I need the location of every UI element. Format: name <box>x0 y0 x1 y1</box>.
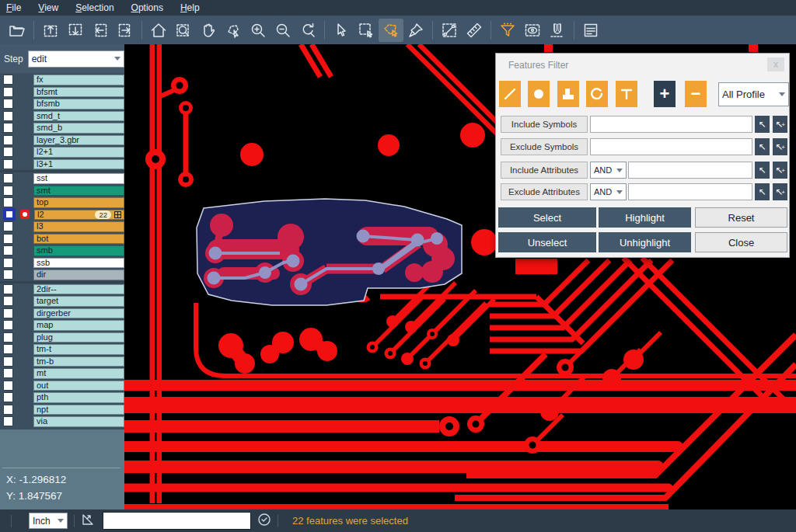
layer-visibility-checkbox[interactable] <box>3 221 13 231</box>
active-layer-indicator[interactable] <box>20 210 30 219</box>
pan-up-icon[interactable] <box>38 19 63 42</box>
pick-add-symbol-icon[interactable]: ↖+ <box>773 138 787 155</box>
pick-add-symbol-icon[interactable]: ↖+ <box>773 116 787 133</box>
menu-file[interactable]: File <box>6 2 21 13</box>
layer-row-dir[interactable]: dir <box>0 269 124 281</box>
layer-label-cell[interactable]: target <box>33 296 124 307</box>
layer-indicator[interactable] <box>19 321 29 330</box>
layer-label-cell[interactable]: layer_3.gbr <box>33 135 124 146</box>
menu-selection[interactable]: Selection <box>75 2 113 13</box>
layer-visibility-checkbox[interactable] <box>3 245 13 256</box>
zoom-polygon-icon[interactable] <box>221 19 246 42</box>
layer-row-tm-t[interactable]: tm-t <box>0 343 124 356</box>
layer-row-smd_t[interactable]: smd_t <box>0 110 124 123</box>
layer-row-l2[interactable]: l222 <box>0 209 124 221</box>
layer-row-out[interactable]: out <box>0 380 124 392</box>
layer-visibility-checkbox[interactable] <box>3 284 13 294</box>
layer-indicator[interactable] <box>19 222 29 231</box>
layer-row-sst[interactable]: sst <box>0 172 124 185</box>
layer-visibility-checkbox[interactable] <box>3 308 13 318</box>
polygon-select-icon[interactable] <box>379 19 403 42</box>
highlight-button[interactable]: Highlight <box>599 207 691 228</box>
layer-label-cell[interactable]: bfsmt <box>33 87 124 98</box>
layer-visibility-checkbox[interactable] <box>3 344 13 354</box>
layer-label-cell[interactable]: out <box>33 381 124 391</box>
layer-indicator[interactable] <box>19 111 29 120</box>
layer-label-cell[interactable]: 2dir-- <box>33 284 124 295</box>
exclude-attributes-input[interactable] <box>628 183 752 200</box>
include-attributes-input[interactable] <box>628 162 752 179</box>
layer-label-cell[interactable]: top <box>33 197 124 208</box>
menu-options[interactable]: Options <box>131 2 163 13</box>
menu-help[interactable]: Help <box>180 2 200 13</box>
layer-row-via[interactable]: via <box>0 416 124 428</box>
layer-label-cell[interactable]: map <box>33 320 124 331</box>
zoom-out-icon[interactable] <box>271 19 295 42</box>
pan-down-icon[interactable] <box>63 19 88 42</box>
layer-visibility-checkbox[interactable] <box>3 111 13 121</box>
unit-select[interactable]: Inch <box>29 513 68 529</box>
layer-row-plug[interactable]: plug <box>0 332 124 344</box>
layer-label-cell[interactable]: via <box>33 416 124 427</box>
profile-select[interactable]: All Profile <box>718 82 789 106</box>
layer-visibility-checkbox[interactable] <box>3 173 13 183</box>
layer-row-tm-b[interactable]: tm-b <box>0 356 124 368</box>
rectangle-select-icon[interactable] <box>354 19 379 42</box>
layer-row-fx[interactable]: fx <box>0 74 124 86</box>
layer-label-cell[interactable]: plug <box>33 332 124 343</box>
pick-symbol-icon[interactable]: ↖ <box>755 116 770 133</box>
filter-positive-button[interactable]: + <box>654 81 676 107</box>
close-button[interactable]: Close <box>695 232 787 252</box>
layer-row-l3+1[interactable]: l3+1 <box>0 158 124 171</box>
exclude-symbols-input[interactable] <box>590 138 752 155</box>
zoom-in-icon[interactable] <box>246 19 271 42</box>
zoom-window-icon[interactable] <box>171 19 196 42</box>
pick-attribute-icon[interactable]: ↖ <box>755 183 770 200</box>
layer-label-cell[interactable]: dirgerber <box>33 308 124 319</box>
layer-row-l3[interactable]: l3 <box>0 221 124 233</box>
layer-visibility-checkbox[interactable] <box>3 332 13 342</box>
layer-visibility-checkbox[interactable] <box>3 258 13 268</box>
layer-indicator[interactable] <box>19 186 29 195</box>
filter-surface-icon[interactable] <box>557 81 579 107</box>
pick-attribute-icon[interactable]: ↖ <box>755 162 770 179</box>
open-file-icon[interactable] <box>5 19 30 42</box>
layer-visibility-checkbox[interactable] <box>3 135 13 145</box>
layer-row-pth[interactable]: pth <box>0 391 124 404</box>
layer-visibility-checkbox[interactable] <box>3 234 13 244</box>
layer-label-cell[interactable]: l222 <box>34 210 124 221</box>
layer-row-map[interactable]: map <box>0 319 124 332</box>
unhighlight-button[interactable]: Unhighlight <box>599 232 691 252</box>
layer-indicator[interactable] <box>19 393 29 402</box>
filter-pad-icon[interactable] <box>528 81 550 107</box>
layer-visibility-checkbox[interactable] <box>3 159 13 169</box>
ruler-icon[interactable] <box>462 19 487 42</box>
command-input[interactable] <box>103 512 251 530</box>
layer-row-layer_3.gbr[interactable]: layer_3.gbr <box>0 134 124 147</box>
close-icon[interactable]: x <box>767 57 784 71</box>
reset-button[interactable]: Reset <box>695 207 787 228</box>
layer-indicator[interactable] <box>19 308 29 318</box>
include-attributes-button[interactable]: Include Attributes <box>501 162 588 179</box>
layer-visibility-checkbox[interactable] <box>3 269 13 280</box>
layer-row-l2+1[interactable]: l2+1 <box>0 146 124 158</box>
layer-visibility-checkbox[interactable] <box>3 416 13 426</box>
include-symbols-button[interactable]: Include Symbols <box>501 116 588 133</box>
pan-hand-icon[interactable] <box>196 19 221 42</box>
layer-indicator[interactable] <box>19 369 29 378</box>
layer-label-cell[interactable]: l3 <box>33 221 124 232</box>
exclude-symbols-button[interactable]: Exclude Symbols <box>501 138 588 155</box>
filter-line-icon[interactable] <box>499 81 521 107</box>
layer-indicator[interactable] <box>19 159 29 169</box>
layer-indicator[interactable] <box>19 297 29 306</box>
layer-visibility-checkbox[interactable] <box>3 186 13 196</box>
layer-row-mt[interactable]: mt <box>0 367 124 380</box>
layer-visibility-checkbox[interactable] <box>3 356 13 367</box>
select-cursor-icon[interactable] <box>329 19 354 42</box>
layer-label-cell[interactable]: bfsmb <box>33 99 124 110</box>
layer-indicator[interactable] <box>19 356 29 366</box>
layer-row-top[interactable]: top <box>0 196 124 209</box>
layer-label-cell[interactable]: smb <box>33 245 124 256</box>
layer-label-cell[interactable]: smd_t <box>33 111 124 122</box>
layer-label-cell[interactable]: dir <box>33 269 124 280</box>
